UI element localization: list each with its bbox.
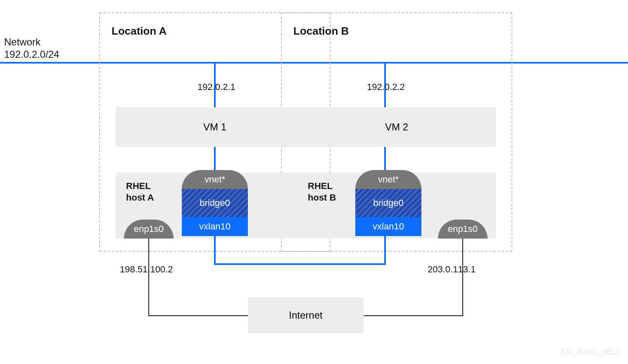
public-ip-b: 203.0.113.1 [428,264,476,275]
stack-a: vnet* bridge0 vxlan10 [182,170,248,236]
internet-label: Internet [289,310,322,321]
vnet-a: vnet* [182,170,248,189]
nic-b-to-internet-line [364,315,463,316]
vm2-label: VM 2 [385,121,408,133]
diagram-stage: Network 192.0.2.0/24 Location A Location… [0,0,628,364]
rhel-host-b-label2: host B [308,192,336,203]
loc-a-vm-to-stack-line [214,147,216,170]
loc-b-ip-label: 192.0.2.2 [367,82,405,92]
network-title: Network [4,36,40,48]
rhel-host-b-label1: RHEL [308,181,333,191]
rhel-host-a-label1: RHEL [126,181,151,191]
bridge-a: bridge0 [182,189,248,217]
vxlan-a: vxlan10 [182,217,248,236]
watermark: 270_RHEL_0822 [560,348,620,357]
vxlan-tunnel-line [214,263,386,265]
vm1-box: VM 1 [116,107,314,147]
rhel-host-a-label2: host A [126,192,154,203]
vnet-b: vnet* [355,170,421,189]
vxlan-a-down-line [214,236,216,265]
loc-b-vm-to-stack-line [384,147,386,170]
vxlan-b-down-line [384,236,386,265]
nic-a-to-internet-line [148,315,248,316]
vm2-box: VM 2 [297,107,496,147]
vxlan-b: vxlan10 [355,217,421,236]
nic-a-down-line [148,239,149,315]
public-ip-a: 198.51.100.2 [120,264,173,275]
location-b-title: Location B [293,25,349,38]
location-a-title: Location A [112,25,167,38]
bridge-b: bridge0 [355,189,421,217]
internet-box: Internet [248,297,364,333]
nic-b-down-line [462,239,463,315]
vm1-label: VM 1 [203,121,226,133]
loc-a-ip-label: 192.0.2.1 [197,82,236,92]
network-cidr: 192.0.2.0/24 [4,49,59,60]
stack-b: vnet* bridge0 vxlan10 [355,170,421,236]
